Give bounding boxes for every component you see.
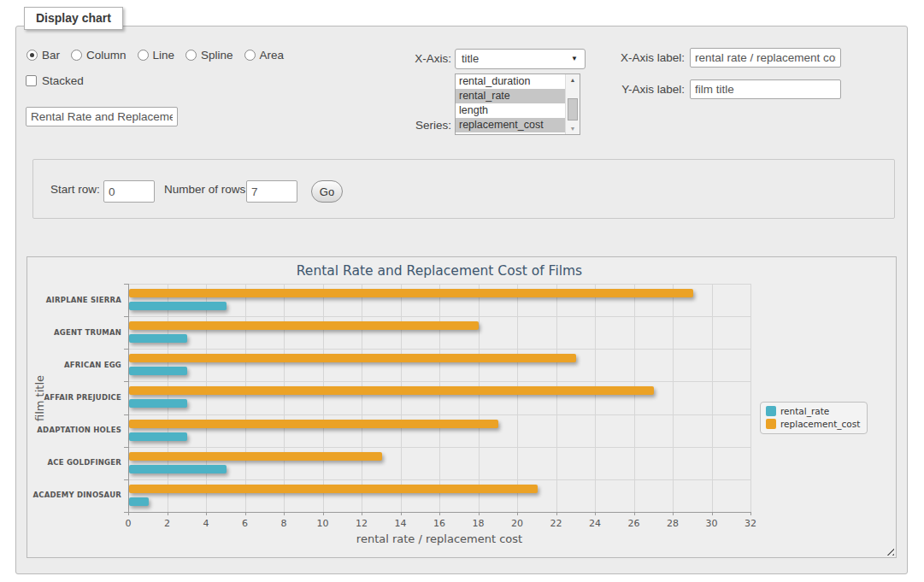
x-tick-label: 28 — [658, 518, 687, 529]
stacked-label: Stacked — [42, 74, 84, 87]
gridline-h — [128, 414, 750, 415]
x-axis-label-field-label: X-Axis label: — [606, 51, 685, 64]
chart-title-input[interactable] — [26, 107, 178, 126]
gridline-h — [128, 316, 750, 317]
series-listbox-label: Series: — [384, 119, 451, 132]
row-range-box: Start row: Number of rows: Go — [32, 159, 895, 219]
y-axis-line — [128, 284, 129, 512]
display-chart-panel: BarColumnLineSplineArea Stacked X-Axis: … — [15, 26, 908, 574]
x-tick-label: 2 — [153, 518, 182, 529]
gridline-v — [556, 284, 557, 512]
bar-rental_rate-1 — [129, 334, 187, 343]
radio-spline-circle[interactable] — [185, 50, 197, 61]
x-tick-label: 8 — [269, 518, 298, 529]
x-tick-label: 20 — [503, 518, 532, 529]
bar-replacement_cost-5 — [129, 452, 382, 461]
bar-replacement_cost-0 — [129, 289, 693, 297]
series-option-replacement_cost[interactable]: replacement_cost — [456, 118, 565, 132]
radio-bar[interactable]: Bar — [26, 49, 60, 62]
gridline-v — [673, 284, 674, 512]
radio-spline[interactable]: Spline — [185, 49, 233, 62]
gridline-h — [128, 284, 750, 285]
x-tick-label: 12 — [347, 518, 376, 529]
radio-spline-label: Spline — [201, 49, 233, 62]
gridline-v — [245, 284, 246, 512]
x-axis-select-label: X-Axis: — [384, 52, 451, 65]
series-option-length[interactable]: length — [456, 103, 565, 118]
category-label: ACADEMY DINOSAUR — [27, 491, 121, 499]
go-button[interactable]: Go — [311, 180, 343, 203]
gridline-v — [595, 284, 596, 512]
x-axis-select[interactable]: title ▼ — [455, 49, 586, 69]
radio-area[interactable]: Area — [244, 49, 285, 62]
scrollbar-thumb[interactable] — [568, 98, 578, 121]
scroll-down-icon[interactable]: ▼ — [566, 126, 580, 132]
chart-legend: rental_ratereplacement_cost — [760, 402, 868, 434]
category-label: ADAPTATION HOLES — [27, 426, 121, 434]
x-axis-selected-value: title — [462, 52, 479, 65]
legend-swatch-rental_rate — [766, 406, 776, 416]
series-option-rental_rate[interactable]: rental_rate — [456, 89, 565, 103]
radio-line-circle[interactable] — [138, 50, 149, 61]
radio-line[interactable]: Line — [138, 49, 175, 62]
listbox-scrollbar[interactable]: ▲ ▼ — [565, 74, 580, 134]
x-tick-label: 14 — [386, 518, 415, 529]
resize-handle[interactable] — [885, 546, 894, 556]
series-listbox[interactable]: rental_durationrental_ratelengthreplacem… — [455, 73, 580, 135]
radio-column-circle[interactable] — [71, 50, 82, 61]
legend-item-replacement_cost[interactable]: replacement_cost — [766, 419, 860, 429]
x-axis-line — [128, 512, 750, 513]
gridline-h — [128, 381, 750, 382]
gridline-h — [128, 479, 750, 480]
gridline-v — [750, 284, 751, 512]
radio-column[interactable]: Column — [71, 49, 127, 62]
bar-replacement_cost-4 — [129, 420, 498, 428]
y-axis-label-field-label: Y-Axis label: — [606, 83, 685, 96]
bar-rental_rate-0 — [129, 302, 227, 310]
category-label: AFFAIR PREJUDICE — [27, 393, 121, 402]
legend-swatch-replacement_cost — [766, 419, 776, 429]
gridline-v — [168, 284, 168, 512]
x-tick-label: 4 — [191, 518, 221, 529]
scroll-up-icon[interactable]: ▲ — [566, 77, 580, 83]
gridline-v — [323, 284, 324, 512]
bar-rental_rate-6 — [129, 497, 149, 506]
num-rows-label: Number of rows: — [164, 183, 249, 196]
series-option-rental_duration[interactable]: rental_duration — [456, 74, 565, 89]
bar-rental_rate-5 — [129, 465, 227, 473]
radio-area-circle[interactable] — [244, 50, 256, 61]
stacked-checkbox[interactable] — [26, 75, 37, 86]
chart-type-radio-group: BarColumnLineSplineArea — [26, 49, 284, 62]
x-tick-label: 24 — [580, 518, 609, 529]
x-tick-label: 18 — [464, 518, 493, 529]
x-axis-title: rental rate / replacement cost — [268, 532, 610, 545]
x-axis-label-input[interactable] — [690, 48, 841, 68]
gridline-v — [634, 284, 635, 512]
num-rows-input[interactable] — [246, 180, 297, 203]
bar-replacement_cost-1 — [129, 321, 479, 330]
y-axis-label-input[interactable] — [690, 79, 841, 99]
gridline-h — [128, 349, 750, 350]
bar-replacement_cost-3 — [129, 386, 654, 395]
gridline-v — [517, 284, 518, 512]
legend-label-rental_rate: rental_rate — [780, 406, 829, 416]
x-axis-tick — [750, 512, 751, 515]
legend-label-replacement_cost: replacement_cost — [780, 419, 860, 429]
gridline-v — [284, 284, 285, 512]
chart-title: Rental Rate and Replacement Cost of Film… — [183, 263, 696, 279]
chart-container: Rental Rate and Replacement Cost of Film… — [26, 256, 897, 558]
legend-item-rental_rate[interactable]: rental_rate — [766, 406, 860, 416]
bar-rental_rate-4 — [129, 432, 187, 441]
x-tick-label: 6 — [231, 518, 260, 529]
category-label: ACE GOLDFINGER — [27, 458, 121, 467]
radio-bar-circle[interactable] — [26, 50, 38, 61]
x-tick-label: 16 — [425, 518, 454, 529]
category-label: AGENT TRUMAN — [27, 328, 121, 337]
gridline-v — [362, 284, 362, 512]
start-row-input[interactable] — [103, 180, 155, 203]
radio-column-label: Column — [86, 49, 127, 62]
chevron-down-icon: ▼ — [571, 55, 578, 62]
category-label: AFRICAN EGG — [27, 361, 121, 369]
start-row-label: Start row: — [50, 183, 100, 196]
bar-rental_rate-2 — [129, 367, 187, 375]
